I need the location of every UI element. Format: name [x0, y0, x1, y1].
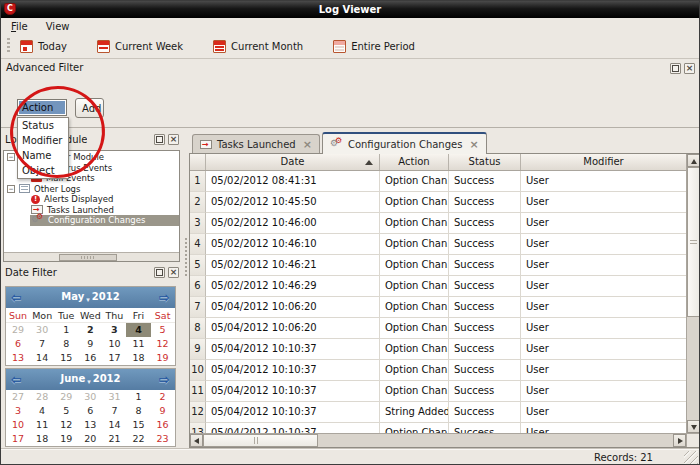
- scroll-left-button[interactable]: [190, 434, 203, 447]
- calendar-day[interactable]: 4: [126, 323, 150, 337]
- calendar-day[interactable]: 3: [6, 404, 30, 418]
- scrollbar-thumb[interactable]: [59, 254, 117, 261]
- detach-panel-icon[interactable]: [670, 63, 681, 74]
- scroll-down-button[interactable]: [687, 420, 700, 433]
- calendar-day[interactable]: 2: [151, 390, 175, 404]
- calendar-day[interactable]: 17: [6, 432, 30, 446]
- tree-item-other-logs[interactable]: −Other Logs: [4, 184, 179, 195]
- menu-file[interactable]: File: [9, 21, 30, 32]
- calendar-day[interactable]: 12: [151, 337, 175, 351]
- table-row[interactable]: 1105/04/2012 10:10:37Option Chan...Succe…: [190, 381, 686, 402]
- table-row[interactable]: 305/02/2012 10:46:00Option Chan...Succes…: [190, 213, 686, 234]
- next-month-arrow[interactable]: ⇨: [159, 287, 170, 308]
- table-row[interactable]: 1205/04/2012 10:10:37String AddedSuccess…: [190, 402, 686, 423]
- close-tab-icon[interactable]: ×: [303, 139, 312, 150]
- table-row[interactable]: 1305/04/2012 10:10:37Option Chan...Succe…: [190, 423, 686, 433]
- calendar-day[interactable]: 9: [151, 404, 175, 418]
- column-header-action[interactable]: Action: [380, 154, 449, 170]
- table-row[interactable]: 705/04/2012 10:06:20Option Chan...Succes…: [190, 297, 686, 318]
- calendar-day[interactable]: 5: [151, 323, 175, 337]
- resize-grip[interactable]: [684, 451, 698, 465]
- table-row[interactable]: 505/02/2012 10:46:21Option Chan...Succes…: [190, 255, 686, 276]
- calendar-day[interactable]: 3: [102, 323, 126, 337]
- calendar-day[interactable]: 13: [6, 351, 30, 365]
- detach-panel-icon[interactable]: [154, 134, 165, 145]
- calendar-day[interactable]: 16: [151, 418, 175, 432]
- calendar-day[interactable]: 29: [6, 323, 30, 337]
- detach-panel-icon[interactable]: [154, 267, 165, 278]
- calendar-day[interactable]: 17: [102, 351, 126, 365]
- tree-item-alerts-displayed[interactable]: Alerts Displayed: [4, 194, 179, 205]
- calendar-day[interactable]: 15: [54, 351, 78, 365]
- prev-month-arrow[interactable]: ⇦: [11, 287, 22, 308]
- scroll-right-button[interactable]: [673, 434, 686, 447]
- calendar-day[interactable]: 2: [78, 323, 102, 337]
- column-header-date[interactable]: Date: [206, 154, 380, 170]
- prev-month-arrow[interactable]: ⇦: [11, 369, 22, 390]
- calendar-day[interactable]: 27: [6, 390, 30, 404]
- add-button[interactable]: Add: [75, 98, 104, 118]
- panel-splitter[interactable]: [182, 128, 189, 448]
- tab-configuration-changes[interactable]: Configuration Changes×: [322, 132, 487, 154]
- close-tab-icon[interactable]: ×: [469, 139, 478, 150]
- table-row[interactable]: 205/02/2012 10:45:50Option Chan...Succes…: [190, 192, 686, 213]
- calendar-day[interactable]: 7: [102, 404, 126, 418]
- row-number-header[interactable]: [190, 154, 206, 170]
- calendar-day[interactable]: 4: [30, 404, 54, 418]
- calendar-day[interactable]: 22: [126, 432, 150, 446]
- dropdown-option-object[interactable]: Object: [18, 163, 68, 178]
- calendar-day[interactable]: 11: [30, 418, 54, 432]
- calendar-day[interactable]: 21: [102, 432, 126, 446]
- month-dropdown-caret[interactable]: ▾: [87, 378, 91, 386]
- calendar-day[interactable]: 16: [78, 351, 102, 365]
- vertical-scrollbar[interactable]: [686, 154, 700, 433]
- calendar-day[interactable]: 23: [151, 432, 175, 446]
- close-panel-icon[interactable]: [168, 267, 179, 278]
- calendar-day[interactable]: 31: [102, 390, 126, 404]
- month-dropdown-caret[interactable]: ▾: [86, 296, 90, 304]
- scrollbar-thumb[interactable]: [203, 434, 318, 447]
- expander-icon[interactable]: −: [7, 153, 15, 161]
- calendar-day[interactable]: 13: [78, 418, 102, 432]
- calendar-day[interactable]: 28: [30, 390, 54, 404]
- calendar-day[interactable]: 10: [102, 337, 126, 351]
- calendar-day[interactable]: 5: [54, 404, 78, 418]
- calendar-day[interactable]: 30: [30, 323, 54, 337]
- column-header-status[interactable]: Status: [449, 154, 521, 170]
- calendar-day[interactable]: 14: [102, 418, 126, 432]
- calendar-day[interactable]: 29: [54, 390, 78, 404]
- dropdown-option-modifier[interactable]: Modifier: [18, 133, 68, 148]
- menu-view[interactable]: View: [44, 21, 72, 32]
- tab-tasks-launched[interactable]: Tasks Launched×: [192, 134, 320, 153]
- column-header-modifier[interactable]: Modifier: [521, 154, 686, 170]
- calendar-day[interactable]: 30: [78, 390, 102, 404]
- calendar-day[interactable]: 18: [30, 432, 54, 446]
- calendar-day[interactable]: 18: [126, 351, 150, 365]
- horizontal-scrollbar[interactable]: [190, 433, 686, 447]
- scrollbar-thumb[interactable]: [687, 167, 700, 317]
- table-row[interactable]: 105/02/2012 08:41:31Option Chan...Succes…: [190, 171, 686, 192]
- tree-horizontal-scrollbar[interactable]: [4, 252, 179, 261]
- scroll-up-button[interactable]: [687, 154, 700, 167]
- close-panel-icon[interactable]: [168, 134, 179, 145]
- calendar-day[interactable]: 15: [126, 418, 150, 432]
- table-row[interactable]: 805/04/2012 10:06:20Option Chan...Succes…: [190, 318, 686, 339]
- calendar-day[interactable]: 19: [151, 351, 175, 365]
- close-panel-icon[interactable]: [684, 63, 695, 74]
- next-month-arrow[interactable]: ⇨: [159, 369, 170, 390]
- dropdown-option-name[interactable]: Name: [18, 148, 68, 163]
- current-month-button[interactable]: Current Month: [210, 38, 306, 55]
- entire-period-button[interactable]: Entire Period: [330, 38, 418, 55]
- table-row[interactable]: 405/02/2012 10:46:10Option Chan...Succes…: [190, 234, 686, 255]
- calendar-day[interactable]: 12: [54, 418, 78, 432]
- calendar-day[interactable]: 9: [78, 337, 102, 351]
- expander-icon[interactable]: −: [7, 185, 15, 193]
- today-button[interactable]: Today: [17, 38, 70, 55]
- table-row[interactable]: 605/02/2012 10:46:29Option Chan...Succes…: [190, 276, 686, 297]
- calendar-day[interactable]: 7: [30, 337, 54, 351]
- calendar-day[interactable]: 6: [78, 404, 102, 418]
- calendar-day[interactable]: 10: [6, 418, 30, 432]
- calendar-day[interactable]: 1: [54, 323, 78, 337]
- filter-type-select[interactable]: Action: [17, 99, 67, 116]
- calendar-day[interactable]: 8: [126, 404, 150, 418]
